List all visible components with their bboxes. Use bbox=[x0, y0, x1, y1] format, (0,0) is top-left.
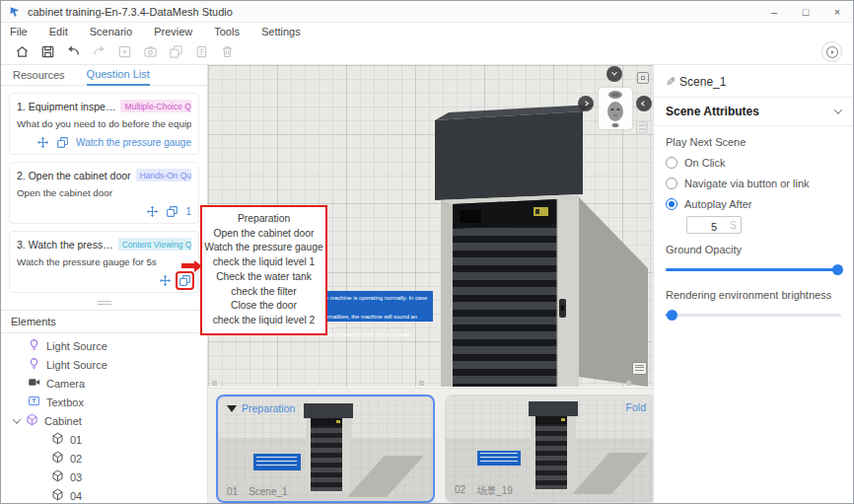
popup-item[interactable]: Watch the pressure gauge bbox=[204, 241, 323, 255]
jump-link-icon[interactable] bbox=[56, 136, 69, 149]
option-navigate[interactable]: Navigate via button or link bbox=[666, 178, 841, 189]
question-type-badge: Hands-On Question bbox=[136, 169, 191, 181]
menu-edit[interactable]: Edit bbox=[49, 26, 78, 37]
ground-opacity-label: Ground Opacity bbox=[666, 244, 841, 255]
scene-card-header[interactable]: Preparation bbox=[242, 402, 295, 414]
menu-file[interactable]: File bbox=[10, 26, 37, 37]
chevron-down-icon[interactable] bbox=[834, 106, 842, 113]
menu-bar: File Edit Scenario Preview Tools Setting… bbox=[1, 23, 853, 39]
tree-item-textbox[interactable]: Textbox bbox=[1, 393, 207, 411]
close-button[interactable]: × bbox=[821, 1, 853, 23]
cube-icon bbox=[51, 432, 64, 447]
brightness-slider[interactable] bbox=[666, 314, 841, 317]
slider-knob[interactable] bbox=[667, 310, 677, 321]
option-on-click[interactable]: On Click bbox=[666, 157, 841, 169]
textbox-thumbnail bbox=[477, 451, 521, 466]
jump-count: 1 bbox=[185, 206, 191, 217]
tab-resources[interactable]: Resources bbox=[13, 65, 65, 86]
edit-scene-name-icon[interactable]: ✎ bbox=[666, 75, 676, 89]
radio-unselected-icon[interactable] bbox=[666, 157, 677, 169]
tree-item-camera[interactable]: Camera bbox=[1, 374, 207, 393]
document-button[interactable] bbox=[188, 41, 214, 63]
seconds-unit-label: S bbox=[730, 220, 737, 231]
question-card-2[interactable]: 2. Open the cabinet door Hands-On Questi… bbox=[9, 162, 199, 224]
question-card-3[interactable]: 3. Watch the press… Content Viewing Ques… bbox=[9, 231, 199, 293]
app-logo-icon bbox=[9, 6, 21, 18]
question-title: 3. Watch the press… bbox=[17, 239, 113, 251]
tree-item-02[interactable]: 02 bbox=[1, 449, 207, 468]
cabinet-thumbnail bbox=[306, 403, 351, 491]
tab-question-list[interactable]: Question List bbox=[87, 65, 150, 86]
slider-knob[interactable] bbox=[832, 264, 843, 275]
app-window: cabinet training-En-7.3.4-DataMesh Studi… bbox=[0, 0, 854, 504]
tree-item-light-source-1[interactable]: Light Source bbox=[1, 336, 207, 355]
popup-item[interactable]: Check the water tank bbox=[204, 270, 323, 285]
jump-link-icon[interactable] bbox=[166, 205, 178, 218]
home-button[interactable] bbox=[9, 41, 35, 63]
orbit-right-button[interactable] bbox=[578, 96, 594, 111]
radio-unselected-icon[interactable] bbox=[666, 178, 677, 189]
tree-item-01[interactable]: 01 bbox=[1, 430, 207, 449]
question-body: What do you need to do before the equipm… bbox=[17, 118, 191, 129]
tree-item-04[interactable]: 04 bbox=[1, 486, 207, 503]
popup-item[interactable]: check the liquid level 2 bbox=[204, 314, 323, 328]
capture-button[interactable] bbox=[137, 41, 163, 63]
fold-link[interactable]: Fold bbox=[626, 401, 646, 413]
cube-icon bbox=[51, 488, 64, 503]
scene-thumbnail-1[interactable]: Preparation 01 Scene_1 bbox=[216, 395, 435, 503]
scene-thumbnail-2[interactable]: Fold 02 场景_19 bbox=[445, 395, 656, 503]
menu-scenario[interactable]: Scenario bbox=[90, 26, 142, 37]
tree-item-03[interactable]: 03 bbox=[1, 468, 207, 486]
popup-item[interactable]: check the filter bbox=[204, 285, 323, 300]
tree-item-cabinet[interactable]: Cabinet bbox=[1, 411, 207, 430]
expand-view-icon[interactable] bbox=[637, 72, 649, 84]
popup-item[interactable]: check the liquid level 1 bbox=[204, 255, 323, 270]
menu-tools[interactable]: Tools bbox=[214, 26, 249, 37]
scene-strip: Preparation 01 Scene_1 Fold 02 场景_19 bbox=[208, 388, 655, 503]
panel-toggle-icon[interactable] bbox=[636, 121, 648, 133]
collapse-triangle-icon[interactable] bbox=[227, 405, 237, 412]
ground-opacity-slider[interactable] bbox=[666, 268, 841, 271]
view-orientation-gizmo[interactable] bbox=[599, 88, 632, 129]
toolbar bbox=[1, 39, 853, 65]
menu-preview[interactable]: Preview bbox=[154, 26, 202, 37]
popup-item[interactable]: Preparation bbox=[204, 212, 323, 227]
left-tabs: Resources Question List bbox=[1, 65, 207, 86]
menu-settings[interactable]: Settings bbox=[261, 26, 311, 37]
popup-item[interactable]: Close the door bbox=[204, 299, 323, 314]
move-handle-icon[interactable] bbox=[146, 205, 159, 218]
brightness-label: Rendering environment brightness bbox=[666, 289, 841, 301]
undo-button[interactable] bbox=[60, 41, 86, 63]
add-scene-button[interactable] bbox=[111, 41, 137, 63]
jump-target-link[interactable]: Watch the pressure gauge bbox=[76, 137, 191, 148]
maximize-button[interactable]: □ bbox=[790, 1, 821, 23]
scene-name: 场景_19 bbox=[476, 484, 513, 498]
duplicate-button[interactable] bbox=[163, 41, 188, 63]
move-handle-icon[interactable] bbox=[36, 136, 49, 149]
left-panel: Resources Question List 1. Equipment ins… bbox=[1, 65, 208, 503]
move-handle-icon[interactable] bbox=[159, 274, 172, 287]
light-icon bbox=[28, 357, 40, 372]
textbox-3d-object[interactable]: the machine is operating normally. In ca… bbox=[317, 291, 433, 322]
section-title: Scene Attributes bbox=[666, 105, 759, 118]
tree-item-light-source-2[interactable]: Light Source bbox=[1, 355, 207, 374]
question-card-1[interactable]: 1. Equipment inspe… Multiple-Choice Ques… bbox=[9, 93, 199, 155]
question-type-badge: Content Viewing Question bbox=[118, 238, 191, 251]
orbit-left-button[interactable] bbox=[636, 96, 652, 111]
radio-selected-icon[interactable] bbox=[666, 198, 677, 210]
chevron-down-icon[interactable] bbox=[13, 415, 21, 423]
scene-attributes-section[interactable]: Scene Attributes bbox=[666, 98, 841, 125]
delete-button[interactable] bbox=[214, 41, 240, 63]
scene-list-icon[interactable] bbox=[632, 362, 647, 375]
redo-button[interactable] bbox=[86, 41, 111, 63]
orbit-down-button[interactable] bbox=[606, 66, 622, 82]
viewport-scrollbar[interactable] bbox=[210, 381, 631, 386]
panel-resize-handle[interactable] bbox=[1, 298, 207, 307]
save-button[interactable] bbox=[35, 41, 60, 63]
preview-play-button[interactable] bbox=[821, 41, 842, 62]
popup-item[interactable]: Open the cabinet door bbox=[204, 227, 323, 242]
minimize-button[interactable]: – bbox=[758, 1, 790, 23]
cabinet-thumbnail bbox=[531, 401, 576, 489]
option-autoplay[interactable]: Autoplay After bbox=[666, 198, 841, 210]
jump-link-icon-highlighted[interactable] bbox=[178, 274, 191, 287]
